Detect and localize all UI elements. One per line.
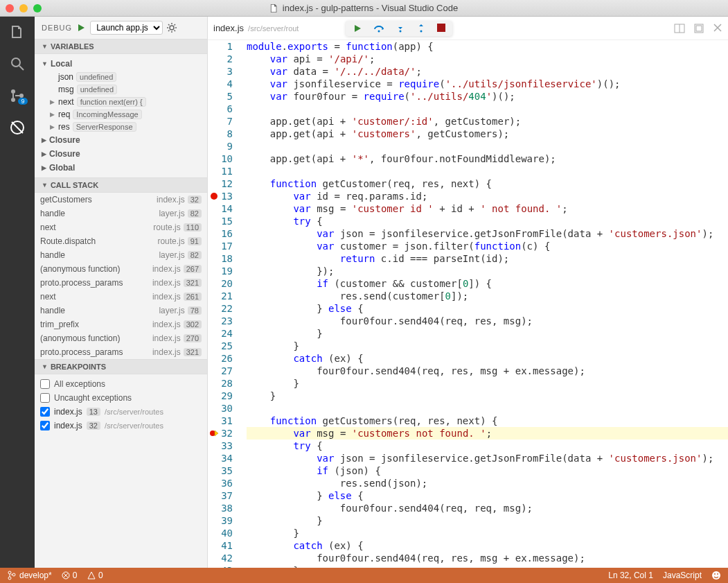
split-editor-icon[interactable] bbox=[674, 23, 685, 34]
callstack-frame[interactable]: trim_prefixindex.js302 bbox=[35, 317, 207, 331]
source-control-icon[interactable]: 9 bbox=[8, 86, 27, 105]
code-line[interactable]: 16 var json = jsonfileservice.getJsonFro… bbox=[247, 227, 728, 240]
step-over-button[interactable] bbox=[373, 24, 384, 33]
code-line[interactable]: 35 if (json) { bbox=[247, 464, 728, 477]
callstack-section-header[interactable]: ▼CALL STACK bbox=[35, 177, 207, 193]
code-line[interactable]: 18 return c.id === parseInt(id); bbox=[247, 252, 728, 265]
callstack-frame[interactable]: proto.process_paramsindex.js321 bbox=[35, 276, 207, 290]
code-line[interactable]: 19 }); bbox=[247, 265, 728, 277]
debug-settings-button[interactable] bbox=[167, 23, 177, 33]
line-number: 16 bbox=[208, 227, 240, 240]
stop-button[interactable] bbox=[437, 24, 445, 33]
language-mode[interactable]: JavaScript bbox=[663, 571, 702, 580]
explorer-icon[interactable] bbox=[8, 22, 27, 42]
code-line[interactable]: 34 var json = jsonfileservice.getJsonFro… bbox=[247, 452, 728, 464]
code-line[interactable]: 15 try { bbox=[247, 215, 728, 227]
code-line[interactable]: 43 } bbox=[247, 564, 728, 568]
callstack-frame[interactable]: (anonymous function)index.js267 bbox=[35, 262, 207, 276]
callstack-frame[interactable]: handlelayer.js82 bbox=[35, 248, 207, 262]
variable-row[interactable]: jsonundefined bbox=[35, 71, 207, 83]
step-into-button[interactable] bbox=[396, 24, 405, 33]
code-line[interactable]: 21 res.send(customer[0]); bbox=[247, 290, 728, 302]
code-line[interactable]: 1module.exports = function(app) { bbox=[247, 40, 728, 53]
variable-row[interactable]: ▶nextfunction next(err) { bbox=[35, 96, 207, 108]
breakpoints-section-header[interactable]: ▼BREAKPOINTS bbox=[35, 359, 207, 374]
variable-scope[interactable]: ▶Closure bbox=[35, 147, 207, 161]
variable-row[interactable]: msgundefined bbox=[35, 83, 207, 96]
code-line[interactable]: 26 catch (ex) { bbox=[247, 352, 728, 365]
callstack-frame[interactable]: proto.process_paramsindex.js321 bbox=[35, 345, 207, 359]
breakpoint-user[interactable]: index.js13/src/server/routes bbox=[40, 405, 202, 419]
code-line[interactable]: 39 } bbox=[247, 514, 728, 527]
code-line[interactable]: 4 var jsonfileservice = require('../util… bbox=[247, 78, 728, 90]
code-line[interactable]: 25 } bbox=[247, 340, 728, 352]
variable-scope[interactable]: ▼Local bbox=[35, 57, 207, 71]
callstack-frame[interactable]: nextroute.js110 bbox=[35, 220, 207, 234]
code-line[interactable]: 22 } else { bbox=[247, 302, 728, 315]
breakpoint-checkbox[interactable] bbox=[40, 407, 50, 417]
line-number: 23 bbox=[208, 315, 240, 327]
frame-file: route.js bbox=[153, 223, 180, 232]
code-line[interactable]: 11 bbox=[247, 165, 728, 177]
code-line[interactable]: 9 bbox=[247, 140, 728, 153]
code-line[interactable]: 10 app.get(api + '*', four0four.notFound… bbox=[247, 153, 728, 165]
variables-section-header[interactable]: ▼VARIABLES bbox=[35, 39, 207, 54]
code-line[interactable]: 41 catch (ex) { bbox=[247, 539, 728, 552]
callstack-frame[interactable]: handlelayer.js78 bbox=[35, 304, 207, 317]
code-line[interactable]: 38 four0four.send404(req, req, msg); bbox=[247, 502, 728, 514]
code-editor[interactable]: 1module.exports = function(app) {2 var a… bbox=[208, 40, 728, 568]
breakpoint-checkbox[interactable] bbox=[40, 421, 50, 430]
start-debug-button[interactable] bbox=[76, 23, 86, 33]
code-line[interactable]: 24 } bbox=[247, 327, 728, 340]
code-line[interactable]: 37 } else { bbox=[247, 489, 728, 502]
code-line[interactable]: 36 res.send(json); bbox=[247, 477, 728, 489]
close-editor-icon[interactable] bbox=[713, 23, 722, 34]
code-line[interactable]: 3 var data = '/../../data/'; bbox=[247, 65, 728, 78]
variable-scope[interactable]: ▶Closure bbox=[35, 133, 207, 147]
feedback-icon[interactable] bbox=[711, 571, 721, 580]
variable-scope[interactable]: ▶Global bbox=[35, 161, 207, 175]
code-line[interactable]: 17 var customer = json.filter(function(c… bbox=[247, 240, 728, 252]
breakpoint-checkbox[interactable] bbox=[40, 393, 50, 403]
variable-row[interactable]: ▶reqIncomingMessage bbox=[35, 108, 207, 121]
callstack-frame[interactable]: handlelayer.js82 bbox=[35, 207, 207, 220]
code-line[interactable]: 27 four0four.send404(req, res, msg + ex.… bbox=[247, 365, 728, 377]
breakpoint-builtin[interactable]: Uncaught exceptions bbox=[40, 391, 202, 405]
code-line[interactable]: 32 var msg = 'customers not found. '; bbox=[247, 427, 728, 440]
code-line[interactable]: 29 } bbox=[247, 390, 728, 402]
code-line[interactable]: 13 var id = req.params.id; bbox=[247, 190, 728, 202]
code-line[interactable]: 31 function getCustomers(req, res, next)… bbox=[247, 415, 728, 427]
callstack-frame[interactable]: (anonymous function)index.js270 bbox=[35, 331, 207, 345]
callstack-frame[interactable]: Route.dispatchroute.js91 bbox=[35, 234, 207, 248]
code-line[interactable]: 2 var api = '/api/'; bbox=[247, 53, 728, 65]
more-icon[interactable] bbox=[693, 23, 704, 34]
debug-config-select[interactable]: Launch app.js bbox=[90, 21, 163, 35]
breakpoint-builtin[interactable]: All exceptions bbox=[40, 377, 202, 391]
debug-icon[interactable] bbox=[8, 118, 27, 137]
code-line[interactable]: 12 function getCustomer(req, res, next) … bbox=[247, 177, 728, 190]
callstack-frame[interactable]: nextindex.js261 bbox=[35, 290, 207, 304]
cursor-position[interactable]: Ln 32, Col 1 bbox=[608, 571, 653, 580]
problems-status[interactable]: 0 0 bbox=[62, 571, 103, 580]
breakpoint-checkbox[interactable] bbox=[40, 379, 50, 389]
code-line[interactable]: 42 four0four.send404(req, res, msg + ex.… bbox=[247, 552, 728, 564]
code-line[interactable]: 5 var four0four = require('../utils/404'… bbox=[247, 90, 728, 103]
code-line[interactable]: 40 } bbox=[247, 527, 728, 539]
continue-button[interactable] bbox=[353, 24, 362, 33]
code-line[interactable]: 14 var msg = 'customer id ' + id + ' not… bbox=[247, 202, 728, 215]
code-line[interactable]: 8 app.get(api + 'customers', getCustomer… bbox=[247, 128, 728, 140]
git-branch[interactable]: develop* bbox=[7, 571, 52, 580]
code-line[interactable]: 33 try { bbox=[247, 440, 728, 452]
breakpoint-user[interactable]: index.js32/src/server/routes bbox=[40, 419, 202, 433]
editor-tab[interactable]: index.js /src/server/rout bbox=[213, 23, 299, 33]
code-line[interactable]: 7 app.get(api + 'customer/:id', getCusto… bbox=[247, 115, 728, 128]
callstack-frame[interactable]: getCustomersindex.js32 bbox=[35, 193, 207, 207]
code-line[interactable]: 23 four0four.send404(req, res, msg); bbox=[247, 315, 728, 327]
code-line[interactable]: 30 bbox=[247, 402, 728, 415]
code-line[interactable]: 28 } bbox=[247, 377, 728, 390]
code-line[interactable]: 6 bbox=[247, 103, 728, 115]
code-line[interactable]: 20 if (customer && customer[0]) { bbox=[247, 277, 728, 290]
variable-row[interactable]: ▶resServerResponse bbox=[35, 121, 207, 133]
step-out-button[interactable] bbox=[416, 24, 426, 33]
search-icon[interactable] bbox=[8, 54, 27, 73]
